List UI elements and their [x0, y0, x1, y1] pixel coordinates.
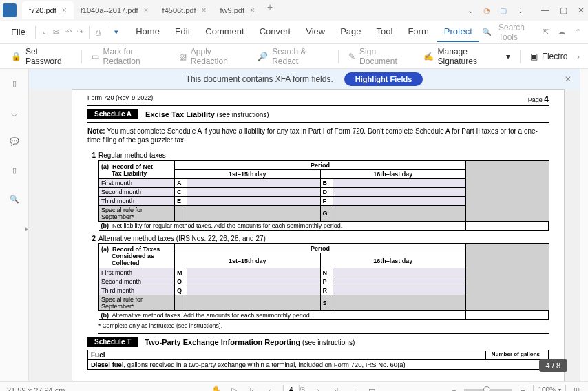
tab-edit[interactable]: Edit — [168, 22, 197, 42]
mail-icon[interactable]: ✉ — [52, 26, 61, 39]
search-tools-input[interactable]: Search Tools — [498, 23, 534, 42]
titlebar: f720.pdf× f1040a--2017.pdf× f4506t.pdf× … — [0, 0, 588, 21]
fit-page-icon[interactable]: ▯ — [349, 385, 359, 391]
tab-form[interactable]: Form — [401, 22, 435, 42]
form-header: Form 720 (Rev. 9-2022) Page 4 — [87, 94, 549, 106]
electro-button[interactable]: ▣Electro — [525, 49, 573, 64]
page-number-input[interactable] — [283, 385, 300, 391]
tab-home[interactable]: Home — [129, 22, 167, 42]
chevron-down-icon: ▾ — [558, 387, 561, 391]
search-panel-icon[interactable]: 🔍 — [8, 193, 21, 205]
document-viewport: This document contains XFA form fields. … — [29, 69, 580, 381]
lock-icon: 🔒 — [11, 52, 21, 61]
apply-redaction-button[interactable]: ▧Apply Redaction — [174, 44, 251, 69]
select-tool-icon[interactable]: ▷ — [229, 385, 239, 391]
share-icon[interactable]: ⇱ — [541, 26, 550, 39]
separator — [520, 50, 521, 63]
tab-view[interactable]: View — [299, 22, 332, 42]
save-icon[interactable]: ▫ — [40, 26, 49, 39]
sign-icon: ✎ — [348, 52, 355, 61]
view-mode-icon[interactable]: ⊞ — [571, 385, 581, 391]
close-icon[interactable]: × — [144, 6, 149, 15]
manage-signatures-button[interactable]: ✍Manage Signatures▾ — [418, 44, 516, 69]
stamp-icon: ▣ — [530, 52, 538, 61]
tab-f720[interactable]: f720.pdf× — [22, 1, 74, 19]
first-page-icon[interactable]: |‹ — [247, 386, 257, 392]
add-tab-button[interactable]: + — [262, 1, 278, 19]
attachment-icon[interactable]: ▯ — [8, 164, 21, 176]
dropdown-icon[interactable]: ▾ — [112, 26, 120, 39]
fit-width-icon[interactable]: ▭ — [367, 385, 377, 391]
user-icon[interactable]: ◔ — [482, 6, 492, 15]
slider-knob[interactable] — [483, 386, 490, 391]
page-scroll[interactable]: Form 720 (Rev. 9-2022) Page 4 Schedule A… — [29, 89, 580, 381]
signature-icon: ✍ — [423, 52, 434, 61]
zoom-out-icon[interactable]: − — [449, 386, 459, 392]
schedule-t-header: Schedule T Two-Party Exchange Informatio… — [87, 337, 549, 347]
separator — [107, 26, 107, 39]
tab-tool[interactable]: Tool — [370, 22, 400, 42]
search-icon[interactable]: 🔍 — [482, 28, 492, 36]
redo-icon[interactable]: ↷ — [76, 26, 85, 39]
ribbon-tabs: Home Edit Comment Convert View Page Tool… — [129, 22, 479, 42]
toolbar-scroll-right[interactable]: › — [574, 52, 582, 61]
note-text: Note: You must complete Schedule A if yo… — [87, 127, 549, 145]
tab-protect[interactable]: Protect — [437, 22, 479, 42]
close-icon[interactable]: × — [62, 6, 67, 15]
tab-f1040a[interactable]: f1040a--2017.pdf× — [74, 1, 156, 19]
xfa-banner: This document contains XFA form fields. … — [29, 69, 580, 89]
chevron-down-icon: ▾ — [506, 52, 510, 61]
window-controls: ⌄ ◔ ▢ ⋮ — ▢ ✕ — [465, 6, 585, 15]
notification-icon[interactable]: ▢ — [498, 6, 508, 15]
tab-page[interactable]: Page — [333, 22, 368, 42]
undo-icon[interactable]: ↶ — [63, 26, 72, 39]
table-regular-method: (a) Record of Net Tax Liability Period 1… — [98, 160, 549, 231]
banner-close-icon[interactable]: ✕ — [565, 74, 571, 84]
last-page-icon[interactable]: ›| — [331, 386, 341, 392]
right-sidebar — [580, 69, 588, 381]
tab-comment[interactable]: Comment — [198, 22, 251, 42]
ribbon-toolbar: 🔒Set Password ▭Mark for Redaction ▧Apply… — [0, 44, 588, 69]
statusbar: 21.59 x 27.94 cm ✋ ▷ |‹ ‹ /8 › ›| ▯ ▭ − … — [0, 381, 588, 391]
tab-f4506t[interactable]: f4506t.pdf× — [156, 1, 213, 19]
search-redact-button[interactable]: 🔎Search & Redact — [252, 44, 334, 69]
close-icon[interactable]: × — [250, 6, 255, 15]
tab-convert[interactable]: Convert — [253, 22, 298, 42]
sign-document-button[interactable]: ✎Sign Document — [343, 44, 416, 69]
document-tabs: f720.pdf× f1040a--2017.pdf× f4506t.pdf× … — [22, 1, 465, 19]
zoom-in-icon[interactable]: + — [518, 386, 527, 392]
highlight-fields-button[interactable]: Highlight Fields — [344, 72, 423, 86]
close-icon[interactable]: × — [202, 6, 207, 15]
hand-tool-icon[interactable]: ✋ — [211, 385, 221, 391]
mark-redaction-button[interactable]: ▭Mark for Redaction — [86, 44, 172, 69]
zoom-select[interactable]: 100%▾ — [533, 385, 566, 391]
page-dimensions: 21.59 x 27.94 cm — [7, 386, 65, 392]
set-password-button[interactable]: 🔒Set Password — [6, 44, 77, 69]
close-window-button[interactable]: ✕ — [577, 6, 585, 14]
menubar: File ▫ ✉ ↶ ↷ ⎙ ▾ Home Edit Comment Conve… — [0, 21, 588, 44]
table-alternative-method: (a) Record of Taxes Considered as Collec… — [98, 244, 549, 320]
left-sidebar: ▯ ◡ 💬 ▯ 🔍 ▸ — [0, 69, 29, 381]
print-icon[interactable]: ⎙ — [94, 26, 103, 39]
main-area: ▯ ◡ 💬 ▯ 🔍 ▸ This document contains XFA f… — [0, 69, 588, 381]
bookmark-icon[interactable]: ◡ — [8, 106, 21, 118]
collapse-icon[interactable]: ⌃ — [574, 26, 582, 39]
maximize-button[interactable]: ▢ — [559, 6, 567, 14]
comment-panel-icon[interactable]: 💬 — [8, 135, 21, 147]
tab-fw9[interactable]: fw9.pdf× — [213, 1, 262, 19]
redact-icon: ▭ — [92, 52, 99, 61]
thumbnails-icon[interactable]: ▯ — [8, 77, 21, 89]
section-2: 2 Alternative method taxes (IRS Nos. 22,… — [87, 235, 549, 334]
search-redact-icon: 🔎 — [258, 52, 268, 61]
separator — [35, 26, 36, 39]
prev-page-icon[interactable]: ‹ — [265, 386, 275, 392]
chevron-down-icon[interactable]: ⌄ — [465, 6, 475, 15]
section-1: 1 Regular method taxes (a) Record of Net… — [87, 151, 549, 231]
cloud-icon[interactable]: ☁ — [557, 26, 566, 39]
app-icon — [3, 3, 17, 17]
file-menu[interactable]: File — [6, 24, 31, 40]
page-indicator-badge: 4 / 8 — [539, 359, 567, 372]
minimize-button[interactable]: — — [541, 6, 549, 14]
kebab-icon[interactable]: ⋮ — [515, 6, 525, 15]
next-page-icon[interactable]: › — [313, 386, 323, 392]
